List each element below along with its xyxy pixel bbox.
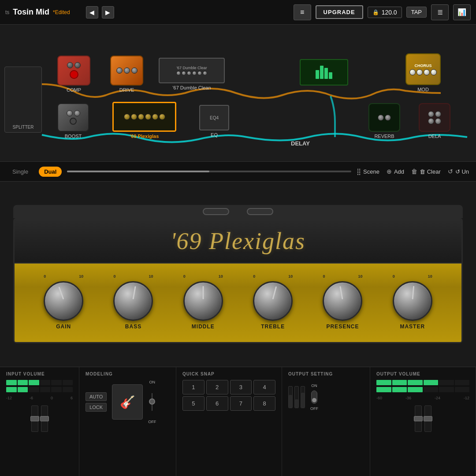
knob-min-master: 0 [393, 274, 395, 279]
scene-slider[interactable] [67, 171, 351, 172]
clear-label: 🗑 Clear [420, 168, 441, 175]
amp-body: '69 Plexiglas 0 10 GAIN 0 [13, 218, 463, 343]
auto-button[interactable]: AUTO [86, 392, 107, 401]
pedal-dumble[interactable]: '67 Dumble Clear '67 Dumble Clean [159, 58, 225, 90]
knob-scale-presence: 0 10 [323, 274, 362, 279]
snap-btn-3[interactable]: 3 [230, 380, 252, 394]
output-setting-title: OUTPUT SETTING [288, 372, 364, 376]
clear-button[interactable]: 🗑 🗑 Clear [411, 168, 441, 175]
lock-button[interactable]: LOCK [86, 403, 107, 412]
scale-neg6: -6 [30, 396, 33, 400]
knob-scale-treble: 0 10 [253, 274, 293, 279]
out-seg2-3 [408, 387, 423, 392]
snap-btn-8[interactable]: 8 [253, 396, 275, 411]
modeling-toggle-track[interactable] [152, 393, 152, 411]
out-scale-neg60: -60 [376, 396, 382, 400]
guitar-icon-box[interactable]: 🎸 [112, 384, 143, 420]
snap-btn-6[interactable]: 6 [206, 396, 228, 411]
preset-list-button[interactable]: ≣ [431, 4, 449, 20]
pedal-mod[interactable]: CHORUS MOD [405, 53, 441, 92]
single-mode-button[interactable]: Single [7, 167, 33, 177]
scene-label: Scene [363, 168, 379, 175]
snap-btn-4[interactable]: 4 [253, 380, 275, 394]
waveform-button[interactable]: 📊 [453, 4, 471, 20]
knob-scale-bass: 0 10 [113, 274, 153, 279]
knob-scale-master: 0 10 [393, 274, 432, 279]
waveform-icon: 📊 [457, 8, 466, 16]
pedal-reverb[interactable]: REVERB [368, 103, 400, 139]
pedal-eq-body: EQ4 [199, 105, 229, 130]
input-fader-left[interactable] [31, 405, 38, 432]
bass-knob[interactable] [113, 281, 153, 321]
pedal-delay-end[interactable]: DELA [419, 103, 450, 139]
dual-mode-button[interactable]: Dual [39, 167, 62, 177]
pedal-reverb-body [368, 103, 400, 132]
meter-seg2-6 [63, 387, 73, 392]
pedal-drive[interactable]: DRIVE [110, 56, 143, 93]
pedal-eq[interactable]: EQ4 EQ [199, 105, 229, 138]
preset-name: Tosin Mid [13, 7, 49, 17]
snap-btn-5[interactable]: 5 [182, 396, 205, 411]
middle-knob[interactable] [183, 281, 223, 321]
input-meter-bars [6, 380, 73, 385]
handle-strap-right [247, 208, 273, 215]
pedal-drive-body [110, 56, 143, 86]
output-fader-right[interactable] [424, 405, 431, 432]
next-button[interactable]: ▶ [102, 6, 114, 19]
output-fader-left[interactable] [415, 405, 422, 432]
knob-min-middle: 0 [183, 274, 186, 279]
treble-knob[interactable] [253, 281, 293, 321]
mixer-unit[interactable] [300, 59, 348, 86]
meter-seg2-2 [18, 387, 28, 392]
pedal-boost[interactable]: BOOST [57, 103, 89, 139]
pedal-plexi-label: '69 Plexiglas [130, 134, 159, 139]
pedal-plexi[interactable]: '69 Plexiglas [112, 102, 176, 139]
knob-group-gain: 0 10 GAIN [44, 274, 83, 330]
input-faders [6, 405, 73, 432]
menu-button[interactable]: ≡ [294, 4, 311, 20]
tap-button[interactable]: TAP [406, 7, 427, 18]
snap-btn-7[interactable]: 7 [230, 396, 252, 411]
splitter-unit[interactable]: SPLITTER [4, 67, 42, 133]
presence-indicator [340, 286, 343, 299]
undo-button[interactable]: ↺ ↺ Un [448, 168, 469, 175]
pedal-comp[interactable]: COMP [57, 56, 90, 93]
amp-name-plate: '69 Plexiglas [15, 219, 461, 264]
preset-list-icon: ≣ [437, 8, 443, 16]
pedal-boost-body [57, 103, 89, 132]
gain-knob[interactable] [44, 281, 83, 321]
out-seg-5 [439, 380, 454, 385]
add-button[interactable]: ⊕ Add [387, 168, 404, 175]
knob-max-bass: 10 [149, 274, 153, 279]
modeling-title: MODELING [86, 372, 170, 376]
snap-btn-2[interactable]: 2 [206, 380, 228, 394]
master-knob[interactable] [393, 281, 432, 321]
bpm-display: 🔒 120.0 [368, 7, 402, 18]
amp-unit: '69 Plexiglas 0 10 GAIN 0 [13, 205, 463, 343]
upgrade-button[interactable]: UPGRADE [316, 5, 363, 19]
out-seg2-2 [392, 387, 407, 392]
out-seg-6 [455, 380, 470, 385]
out-scale-neg36: -36 [405, 396, 411, 400]
snap-btn-1[interactable]: 1 [182, 380, 205, 394]
scene-button[interactable]: ⣿ Scene [357, 168, 379, 175]
amp-name: '69 Plexiglas [171, 227, 305, 255]
input-fader-right[interactable] [41, 405, 48, 432]
output-controls: ON OFF [288, 383, 364, 411]
pedal-dumble-label: '67 Dumble Clean [172, 85, 211, 90]
output-toggle[interactable] [311, 390, 317, 404]
gain-label: GAIN [56, 324, 71, 330]
prev-button[interactable]: ◀ [86, 6, 98, 19]
output-meter-bars-2 [376, 387, 469, 392]
pedal-reverb-label: REVERB [374, 134, 394, 139]
presence-knob[interactable] [323, 281, 362, 321]
knob-group-bass: 0 10 BASS [113, 274, 153, 330]
quick-snap-section: QUICK SNAP 1 2 3 4 5 6 7 8 [176, 367, 282, 476]
knob-scale-gain: 0 10 [44, 274, 83, 279]
handle-strap-left [203, 208, 229, 215]
add-icon: ⊕ [387, 168, 392, 175]
out-seg-3 [408, 380, 423, 385]
treble-indicator [272, 286, 277, 300]
input-volume-section: INPUT VOLUME -12 -6 0 6 [0, 367, 79, 476]
modeling-controls: AUTO LOCK 🎸 ON OFF [86, 380, 170, 424]
